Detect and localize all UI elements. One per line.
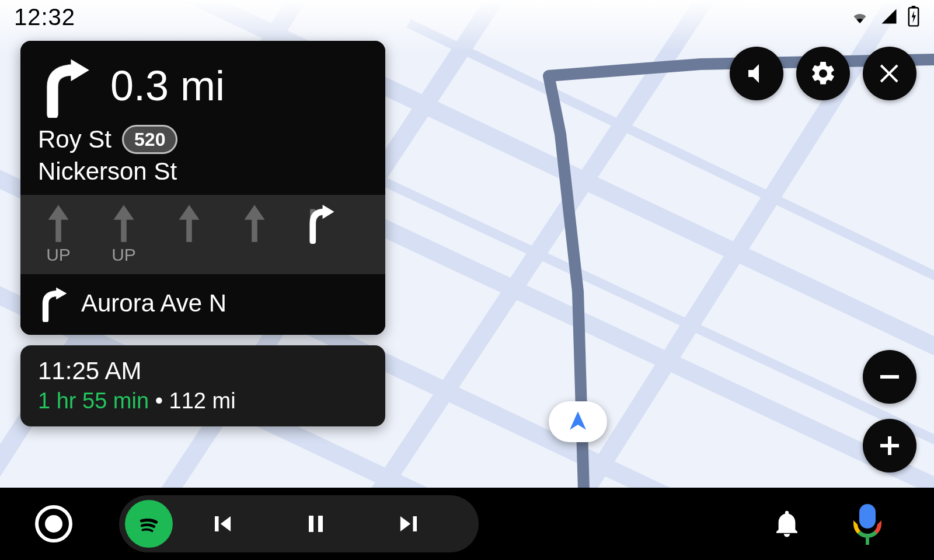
turn-header: 0.3 mi (20, 41, 385, 121)
bell-icon (771, 506, 803, 541)
next-step-row: Aurora Ave N (20, 274, 385, 335)
spotify-app-button[interactable] (125, 500, 173, 548)
close-navigation-button[interactable] (863, 47, 916, 100)
turn-card[interactable]: 0.3 mi Roy St 520 Nickerson St UP UP (20, 41, 385, 335)
battery-charging-icon (907, 6, 920, 27)
status-time: 12:32 (14, 0, 75, 30)
lane-straight (234, 203, 275, 265)
media-control-pill (119, 495, 479, 552)
svg-rect-18 (186, 216, 192, 242)
turn-street-secondary: Nickerson St (38, 158, 368, 186)
eta-card[interactable]: 11:25 AM 1 hr 55 min • 112 mi (20, 345, 385, 426)
turn-street-primary: Roy St (38, 125, 111, 153)
status-icons (849, 1, 920, 27)
svg-rect-15 (888, 436, 891, 455)
close-icon (876, 60, 904, 88)
google-mic-icon (852, 504, 883, 544)
lane-straight (169, 203, 210, 265)
map-zoom-controls (863, 350, 916, 473)
zoom-out-button[interactable] (863, 350, 916, 404)
skip-previous-icon (207, 509, 238, 539)
svg-rect-19 (252, 216, 257, 242)
gear-icon (809, 60, 837, 88)
current-location-marker (549, 401, 607, 442)
lane-guidance-strip: UP UP (20, 195, 385, 274)
media-next-button[interactable] (365, 495, 453, 552)
next-turn-right-icon (38, 285, 68, 322)
navigation-arrow-icon (566, 408, 590, 433)
cell-signal-icon (879, 8, 899, 25)
next-step-street: Aurora Ave N (81, 289, 226, 317)
voice-assistant-button[interactable] (848, 504, 887, 544)
lane-straight: UP (38, 203, 79, 265)
svg-rect-12 (912, 6, 916, 8)
lane-label: UP (46, 245, 71, 265)
route-badge: 520 (122, 125, 177, 154)
eta-duration: 1 hr 55 min (38, 388, 149, 413)
spotify-icon (133, 508, 165, 540)
wifi-icon (849, 8, 871, 25)
lane-label: UP (111, 245, 136, 265)
status-bar: 12:32 (0, 0, 934, 28)
notifications-button[interactable] (767, 504, 807, 544)
lane-right-active (299, 203, 340, 265)
mute-button[interactable] (730, 47, 783, 100)
skip-next-icon (394, 509, 424, 539)
home-dot-icon (45, 515, 62, 533)
system-bar (0, 488, 934, 560)
android-auto-nav-screen: 12:32 (0, 0, 934, 560)
media-play-pause-button[interactable] (272, 495, 360, 552)
minus-icon (876, 363, 904, 391)
svg-rect-13 (880, 375, 899, 379)
home-button[interactable] (35, 505, 72, 542)
pause-icon (302, 508, 330, 540)
zoom-in-button[interactable] (863, 419, 916, 473)
turn-right-icon (33, 54, 97, 118)
turn-streets: Roy St 520 Nickerson St (20, 121, 385, 195)
svg-rect-17 (121, 216, 127, 242)
eta-distance: 112 mi (169, 388, 236, 413)
navigation-card-stack: 0.3 mi Roy St 520 Nickerson St UP UP (20, 41, 385, 426)
turn-distance: 0.3 mi (110, 65, 225, 107)
eta-arrival-time: 11:25 AM (38, 357, 368, 385)
eta-separator: • (155, 388, 163, 413)
plus-icon (876, 432, 904, 460)
map-top-actions (730, 47, 916, 100)
volume-mute-icon (743, 60, 771, 88)
settings-button[interactable] (796, 47, 850, 100)
svg-rect-16 (55, 216, 61, 242)
media-previous-button[interactable] (179, 495, 266, 552)
lane-straight: UP (103, 203, 144, 265)
eta-subline: 1 hr 55 min • 112 mi (38, 388, 368, 414)
